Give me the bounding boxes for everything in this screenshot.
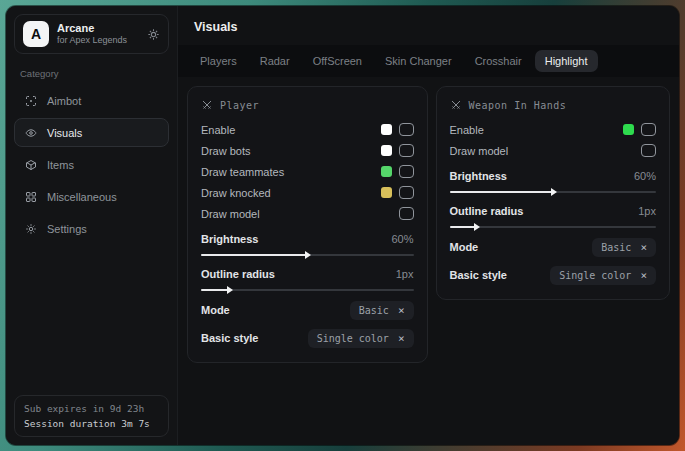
tab-radar[interactable]: Radar	[250, 50, 300, 72]
gear-icon	[25, 223, 37, 235]
close-icon[interactable]: ×	[398, 333, 405, 344]
player-panel-header: Player	[201, 99, 414, 111]
chip-value: Basic	[359, 305, 389, 316]
brightness-slider[interactable]	[450, 187, 657, 196]
sidebar-item-items[interactable]: Items	[14, 150, 169, 179]
color-swatch[interactable]	[381, 187, 392, 198]
toggle-row-enable: Enable	[201, 119, 414, 140]
slider-label: Brightness	[201, 233, 258, 245]
sidebar-item-aimbot[interactable]: Aimbot	[14, 86, 169, 115]
player-panel: Player Enable Draw bots	[187, 86, 428, 363]
theme-gear-icon[interactable]	[147, 28, 160, 41]
toggle-label: Enable	[201, 124, 235, 136]
mode-select-row: Mode Basic ×	[450, 234, 657, 260]
slider-thumb[interactable]	[227, 286, 233, 294]
color-swatch[interactable]	[381, 166, 392, 177]
select-label: Basic style	[201, 332, 258, 344]
panel-title: Weapon In Hands	[469, 100, 567, 111]
panel-title: Player	[220, 100, 259, 111]
mode-chip[interactable]: Basic ×	[350, 301, 414, 320]
mode-chip[interactable]: Basic ×	[592, 238, 656, 257]
enable-checkbox[interactable]	[399, 123, 414, 136]
toggle-row-draw-model: Draw model	[201, 203, 414, 224]
color-swatch[interactable]	[381, 124, 392, 135]
toggle-row-draw-teammates: Draw teammates	[201, 161, 414, 182]
brightness-row: Brightness 60%	[201, 227, 414, 250]
brand-card: A Arcane for Apex Legends	[14, 14, 169, 54]
slider-thumb[interactable]	[474, 223, 480, 231]
subscription-info: Sub expires in 9d 23h Session duration 3…	[14, 395, 169, 437]
slider-label: Outline radius	[450, 205, 524, 217]
sub-expiry-text: Sub expires in 9d 23h	[24, 403, 159, 414]
cube-icon	[25, 159, 37, 171]
tab-content: Player Enable Draw bots	[178, 77, 679, 445]
select-label: Basic style	[450, 269, 507, 281]
slider-track	[450, 226, 657, 228]
close-icon[interactable]: ×	[640, 270, 647, 281]
tab-crosshair[interactable]: Crosshair	[465, 50, 532, 72]
draw-teammates-checkbox[interactable]	[399, 165, 414, 178]
slider-fill	[450, 226, 477, 228]
mode-select-row: Mode Basic ×	[201, 297, 414, 323]
toggle-label: Draw model	[450, 145, 509, 157]
sidebar-item-miscellaneous[interactable]: Miscellaneous	[14, 182, 169, 211]
chip-value: Single color	[317, 333, 389, 344]
tab-players[interactable]: Players	[190, 50, 247, 72]
outline-radius-slider[interactable]	[450, 222, 657, 231]
slider-track	[201, 289, 414, 291]
slider-thumb[interactable]	[551, 188, 557, 196]
sidebar-item-label: Settings	[47, 223, 87, 235]
close-icon[interactable]: ×	[398, 305, 405, 316]
main-area: Visuals Players Radar OffScreen Skin Cha…	[178, 6, 679, 445]
brand-text: Arcane for Apex Legends	[57, 22, 127, 46]
outline-radius-row: Outline radius 1px	[450, 199, 657, 222]
slider-thumb[interactable]	[305, 251, 311, 259]
enable-checkbox[interactable]	[641, 123, 656, 136]
tab-offscreen[interactable]: OffScreen	[303, 50, 372, 72]
select-label: Mode	[201, 304, 230, 316]
brightness-slider[interactable]	[201, 250, 414, 259]
sidebar-item-label: Visuals	[47, 127, 82, 139]
draw-knocked-checkbox[interactable]	[399, 186, 414, 199]
app-subtitle: for Apex Legends	[57, 36, 127, 46]
toggle-label: Enable	[450, 124, 484, 136]
draw-model-checkbox[interactable]	[641, 144, 656, 157]
sidebar-item-label: Aimbot	[47, 95, 81, 107]
color-swatch[interactable]	[623, 124, 634, 135]
weapon-panel-header: Weapon In Hands	[450, 99, 657, 111]
slider-fill	[201, 289, 229, 291]
sidebar-item-label: Items	[47, 159, 74, 171]
slider-fill	[450, 191, 553, 193]
crossed-swords-icon	[450, 99, 462, 111]
slider-label: Brightness	[450, 170, 507, 182]
slider-value: 1px	[638, 205, 656, 217]
toggle-label: Draw model	[201, 208, 260, 220]
toggle-label: Draw bots	[201, 145, 251, 157]
slider-value: 60%	[634, 170, 656, 182]
slider-label: Outline radius	[201, 268, 275, 280]
slider-fill	[201, 254, 307, 256]
tab-skin-changer[interactable]: Skin Changer	[375, 50, 462, 72]
close-icon[interactable]: ×	[640, 242, 647, 253]
outline-radius-slider[interactable]	[201, 285, 414, 294]
select-label: Mode	[450, 241, 479, 253]
crossed-swords-icon	[201, 99, 213, 111]
sidebar-item-settings[interactable]: Settings	[14, 214, 169, 243]
app-name: Arcane	[57, 22, 127, 34]
sidebar-item-visuals[interactable]: Visuals	[14, 118, 169, 147]
toggle-label: Draw knocked	[201, 187, 271, 199]
basic-style-chip[interactable]: Single color ×	[550, 266, 656, 285]
tab-highlight[interactable]: Highlight	[535, 50, 598, 72]
color-swatch[interactable]	[381, 145, 392, 156]
sidebar-item-label: Miscellaneous	[47, 191, 117, 203]
toggle-label: Draw teammates	[201, 166, 284, 178]
draw-bots-checkbox[interactable]	[399, 144, 414, 157]
draw-model-checkbox[interactable]	[399, 207, 414, 220]
toggle-row-draw-knocked: Draw knocked	[201, 182, 414, 203]
basic-style-chip[interactable]: Single color ×	[308, 329, 414, 348]
grid-icon	[25, 191, 37, 203]
toggle-row-draw-model: Draw model	[450, 140, 657, 161]
slider-value: 1px	[396, 268, 414, 280]
brightness-row: Brightness 60%	[450, 164, 657, 187]
sidebar: A Arcane for Apex Legends Category Aimbo	[6, 6, 178, 445]
